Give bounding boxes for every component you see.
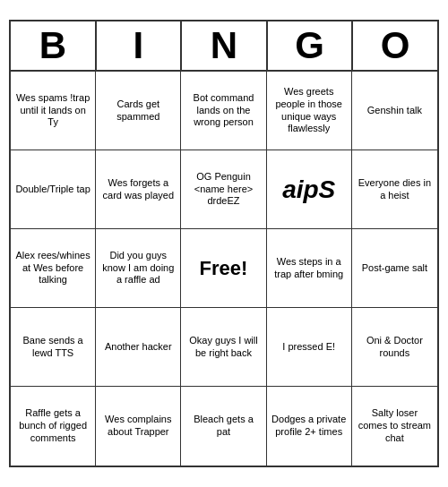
bingo-cell-20: Raffle gets a bunch of rigged comments [11,387,96,466]
bingo-header: B I N G O [11,21,437,72]
bingo-cell-0: Wes spams !trap until it lands on Ty [11,72,96,150]
bingo-cell-1: Cards get spammed [96,72,181,150]
bingo-cell-8: aipS [267,150,352,229]
bingo-cell-16: Another hacker [96,308,181,387]
header-g: G [268,21,354,70]
header-o: O [353,21,437,70]
header-n: N [182,21,268,70]
bingo-cell-14: Post-game salt [352,229,437,308]
bingo-cell-7: OG Penguin <name here> drdeEZ [181,150,266,229]
bingo-card: B I N G O Wes spams !trap until it lands… [9,20,439,467]
bingo-cell-4: Genshin talk [352,72,437,150]
bingo-cell-21: Wes complains about Trapper [96,387,181,466]
bingo-cell-11: Did you guys know I am doing a raffle ad [96,229,181,308]
bingo-cell-10: Alex rees/whines at Wes before talking [11,229,96,308]
bingo-cell-5: Double/Triple tap [11,150,96,229]
bingo-cell-3: Wes greets people in those unique ways f… [267,72,352,150]
bingo-cell-9: Everyone dies in a heist [352,150,437,229]
bingo-cell-24: Salty loser comes to stream chat [352,387,437,466]
bingo-cell-19: Oni & Doctor rounds [352,308,437,387]
header-i: I [97,21,183,70]
bingo-cell-15: Bane sends a lewd TTS [11,308,96,387]
bingo-cell-2: Bot command lands on the wrong person [181,72,266,150]
header-b: B [11,21,97,70]
bingo-cell-17: Okay guys I will be right back [181,308,266,387]
bingo-cell-18: I pressed E! [267,308,352,387]
bingo-cell-12: Free! [181,229,266,308]
bingo-cell-6: Wes forgets a card was played [96,150,181,229]
bingo-cell-22: Bleach gets a pat [181,387,266,466]
bingo-cell-13: Wes steps in a trap after bming [267,229,352,308]
bingo-grid: Wes spams !trap until it lands on TyCard… [11,72,437,466]
bingo-cell-23: Dodges a private profile 2+ times [267,387,352,466]
